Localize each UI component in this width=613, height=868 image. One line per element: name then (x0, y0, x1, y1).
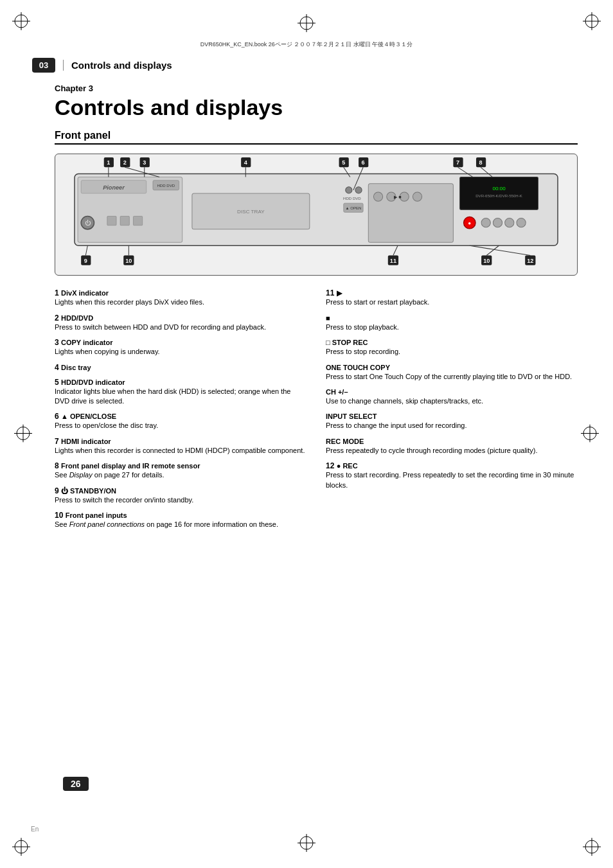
item-title: ● REC (337, 462, 358, 470)
desc-item: ONE TOUCH COPYPress to start One Touch C… (326, 363, 578, 382)
desc-item: 4 Disc tray (55, 363, 306, 372)
desc-item: 6 ▲ OPEN/CLOSEPress to open/close the di… (55, 412, 306, 430)
page-lang: En (31, 826, 39, 833)
svg-text:9: 9 (84, 258, 87, 264)
item-body: Press to stop playback. (326, 323, 578, 332)
panel-svg: Pioneer HDD DVD DISC TRAY HDD DVD ▲ OPEN (55, 154, 577, 275)
section-front-panel-title: Front panel (55, 130, 578, 145)
item-title: ▶ (337, 289, 342, 297)
item-header: 6 ▲ OPEN/CLOSE (55, 412, 306, 421)
desc-item: 2 HDD/DVDPress to switch between HDD and… (55, 314, 306, 332)
desc-col-right: 11 ▶Press to start or restart playback.■… (326, 288, 578, 535)
item-header: 2 HDD/DVD (55, 314, 306, 323)
desc-item: 11 ▶Press to start or restart playback. (326, 288, 578, 307)
svg-text:5: 5 (342, 160, 345, 166)
svg-point-45 (517, 218, 526, 227)
reg-mark-ml (14, 424, 32, 444)
item-header: 11 ▶ (326, 288, 578, 297)
reg-mark-bc (298, 834, 315, 854)
item-number: 3 (55, 338, 59, 347)
svg-text:▲ OPEN: ▲ OPEN (345, 206, 361, 211)
item-title: REC MODE (326, 438, 364, 445)
svg-text:HDD DVD: HDD DVD (157, 183, 175, 188)
front-panel-diagram: Pioneer HDD DVD DISC TRAY HDD DVD ▲ OPEN (55, 154, 578, 276)
header-strip: DVR650HK_KC_EN.book 26ページ ２００７年２月２１日 水曜日… (32, 39, 581, 50)
item-body: Lights when this recorder is connected t… (55, 446, 306, 456)
chapter-header: 03 Controls and displays (32, 55, 581, 75)
desc-columns: 1 DivX indicatorLights when this recorde… (55, 288, 578, 535)
desc-item: 1 DivX indicatorLights when this recorde… (55, 288, 306, 307)
header-file-info: DVR650HK_KC_EN.book 26ページ ２００７年２月２１日 水曜日… (32, 40, 581, 49)
item-body: Indicator lights blue when the hard disk… (55, 387, 306, 407)
item-title: ▲ OPEN/CLOSE (61, 412, 116, 420)
item-header: 9 ⏻ STANDBY/ON (55, 486, 306, 495)
item-number: 12 (326, 461, 334, 470)
item-body: Press to open/close the disc tray. (55, 421, 306, 430)
page-number-wrap: 26 En (31, 825, 39, 833)
reg-mark-bl (12, 837, 31, 856)
item-number: 1 (55, 288, 59, 297)
svg-text:2: 2 (123, 160, 127, 166)
item-body: Press to start One Touch Copy of the cur… (326, 372, 578, 382)
svg-text:DISC TRAY: DISC TRAY (237, 209, 265, 215)
item-header: 5 HDD/DVD indicator (55, 378, 306, 387)
svg-line-86 (486, 246, 499, 256)
desc-item: 3 COPY indicatorLights when copying is u… (55, 338, 306, 357)
item-body: See Front panel connections on page 16 f… (55, 520, 306, 529)
desc-col-left: 1 DivX indicatorLights when this recorde… (55, 288, 306, 535)
item-number: 7 (55, 437, 59, 446)
svg-text:1: 1 (107, 160, 110, 166)
item-number: 9 (55, 486, 59, 495)
svg-rect-49 (120, 217, 129, 226)
item-header: REC MODE (326, 437, 578, 446)
svg-rect-48 (107, 217, 116, 226)
item-body: Press to switch between HDD and DVD for … (55, 323, 306, 332)
item-title: □ STOP REC (326, 339, 368, 346)
item-body: See Display on page 27 for details. (55, 470, 306, 480)
svg-text:11: 11 (390, 258, 396, 264)
svg-point-44 (505, 218, 514, 227)
item-header: 7 HDMI indicator (55, 437, 306, 446)
item-title: Front panel inputs (66, 511, 127, 519)
svg-text:00:00: 00:00 (492, 186, 506, 191)
item-body: Press to change the input used for recor… (326, 421, 578, 430)
item-title: HDMI indicator (61, 438, 111, 445)
item-number: 5 (55, 378, 59, 387)
item-header: 12 ● REC (326, 461, 578, 470)
svg-text:●: ● (468, 220, 471, 226)
svg-text:Pioneer: Pioneer (103, 184, 125, 191)
svg-rect-50 (133, 217, 142, 226)
chapter-label: Chapter 3 (55, 84, 578, 93)
chapter-title-inline: Controls and displays (63, 60, 172, 71)
item-number: 11 (326, 288, 334, 297)
svg-point-26 (346, 187, 352, 193)
item-title: ⏻ STANDBY/ON (61, 487, 116, 495)
desc-item: 9 ⏻ STANDBY/ONPress to switch the record… (55, 486, 306, 505)
svg-text:7: 7 (456, 160, 459, 166)
page-main-title: Controls and displays (55, 96, 578, 120)
svg-point-27 (355, 187, 362, 193)
page-number: 26 (63, 777, 89, 791)
item-title: INPUT SELECT (326, 412, 377, 420)
item-title: Disc tray (61, 364, 91, 371)
item-body: Press to switch the recorder on/into sta… (55, 495, 306, 505)
item-header: 10 Front panel inputs (55, 511, 306, 520)
svg-text:6: 6 (362, 160, 365, 166)
svg-text:HDD  DVD: HDD DVD (343, 197, 361, 201)
item-header: ONE TOUCH COPY (326, 363, 578, 372)
item-title: DivX indicator (61, 289, 109, 297)
reg-mark-tc (298, 14, 315, 34)
reg-mark-tr (582, 12, 601, 31)
item-title: HDD/DVD (61, 314, 93, 322)
item-header: CH +/– (326, 387, 578, 396)
desc-item: CH +/–Use to change channels, skip chapt… (326, 387, 578, 406)
desc-item: INPUT SELECTPress to change the input us… (326, 412, 578, 430)
item-title: CH +/– (326, 388, 348, 396)
svg-text:DVR-650H-K/DVR-550H-K: DVR-650H-K/DVR-550H-K (475, 193, 522, 198)
desc-item: 12 ● RECPress to start recording. Press … (326, 461, 578, 490)
item-number: 6 (55, 412, 59, 421)
svg-line-89 (470, 246, 531, 256)
item-number: 2 (55, 314, 59, 323)
svg-text:▶ ■: ▶ ■ (394, 195, 401, 200)
svg-line-83 (393, 246, 398, 256)
